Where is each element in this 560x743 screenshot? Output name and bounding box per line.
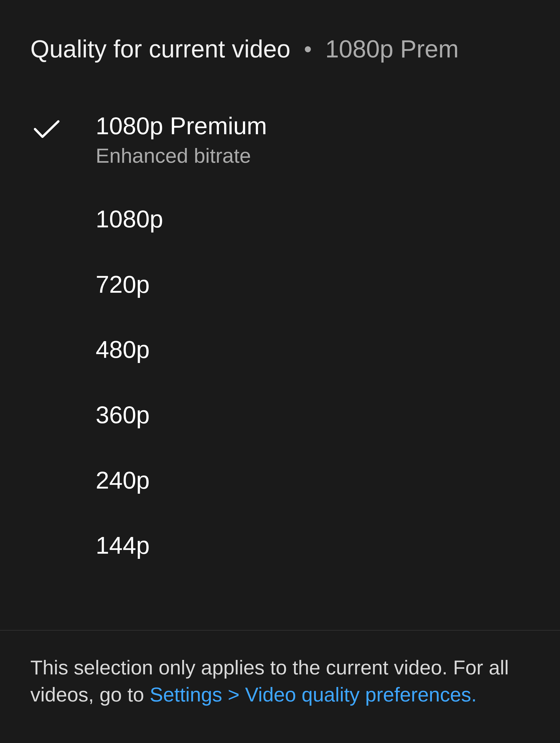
quality-option-240p[interactable]: 240p — [0, 448, 560, 513]
checkmark-icon — [33, 119, 61, 140]
option-label: 1080p — [96, 205, 163, 233]
option-label: 720p — [96, 270, 149, 299]
option-label: 1080p Premium — [96, 112, 267, 140]
quality-option-1080p[interactable]: 1080p — [0, 186, 560, 252]
header-separator: • — [304, 36, 312, 62]
quality-option-360p[interactable]: 360p — [0, 382, 560, 448]
settings-video-quality-link[interactable]: Settings > Video quality preferences. — [150, 683, 477, 706]
quality-options-list: 1080p Premium Enhanced bitrate 1080p 720… — [0, 82, 560, 630]
quality-option-720p[interactable]: 720p — [0, 252, 560, 317]
option-label: 144p — [96, 531, 149, 560]
quality-option-480p[interactable]: 480p — [0, 317, 560, 382]
footer-note: This selection only applies to the curre… — [30, 654, 530, 708]
quality-option-144p[interactable]: 144p — [0, 513, 560, 578]
quality-option-1080p-premium[interactable]: 1080p Premium Enhanced bitrate — [0, 93, 560, 186]
footer: This selection only applies to the curre… — [0, 630, 560, 743]
header-title: Quality for current video — [30, 35, 290, 63]
option-label: 360p — [96, 401, 149, 429]
panel-header: Quality for current video • 1080p Prem — [0, 0, 560, 82]
option-sublabel: Enhanced bitrate — [96, 143, 267, 168]
header-current-quality: 1080p Prem — [325, 35, 459, 63]
option-label: 240p — [96, 466, 149, 494]
option-label: 480p — [96, 336, 149, 364]
quality-settings-panel: Quality for current video • 1080p Prem 1… — [0, 0, 560, 743]
